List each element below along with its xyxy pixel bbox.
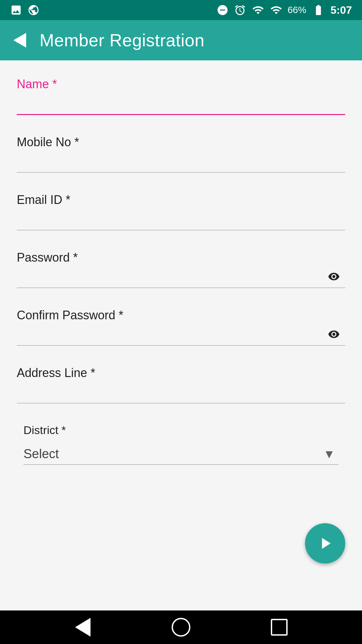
address-label: Address Line * bbox=[17, 366, 345, 380]
battery-icon bbox=[312, 4, 325, 16]
signal-icon bbox=[270, 4, 282, 16]
globe-icon bbox=[27, 4, 40, 16]
mobile-input[interactable] bbox=[17, 153, 345, 173]
mobile-label: Mobile No * bbox=[17, 135, 345, 149]
email-label: Email ID * bbox=[17, 193, 345, 207]
nav-home-button[interactable] bbox=[168, 614, 194, 641]
mobile-field-group: Mobile No * bbox=[17, 135, 345, 173]
status-bar-right-icons: 66% 5:07 bbox=[217, 4, 352, 16]
wifi-icon bbox=[251, 4, 265, 16]
navigation-bar bbox=[0, 610, 362, 644]
nav-home-icon bbox=[172, 618, 190, 637]
name-label: Name * bbox=[17, 77, 345, 91]
page-title: Member Registration bbox=[40, 30, 204, 50]
address-field-group: Address Line * bbox=[17, 366, 345, 404]
password-field-group: Password * bbox=[17, 251, 345, 288]
form-container: Name * Mobile No * Email ID * Password *… bbox=[0, 60, 362, 610]
alarm-icon bbox=[234, 4, 246, 16]
password-input[interactable] bbox=[17, 268, 345, 288]
district-section: District * Select ▼ bbox=[17, 424, 345, 465]
email-field-group: Email ID * bbox=[17, 193, 345, 230]
password-toggle-icon[interactable] bbox=[326, 271, 342, 286]
status-bar-left-icons bbox=[10, 4, 40, 16]
submit-fab-button[interactable] bbox=[305, 523, 345, 564]
nav-back-button[interactable] bbox=[69, 614, 96, 641]
send-icon bbox=[316, 534, 335, 553]
address-input[interactable] bbox=[17, 383, 345, 404]
email-input[interactable] bbox=[17, 210, 345, 230]
confirm-password-input[interactable] bbox=[17, 326, 345, 346]
name-input[interactable] bbox=[17, 95, 345, 115]
app-header: Member Registration bbox=[0, 20, 362, 60]
battery-percentage: 66% bbox=[288, 5, 306, 15]
nav-back-icon bbox=[75, 618, 90, 637]
nav-recent-button[interactable] bbox=[266, 614, 293, 641]
confirm-password-toggle-icon[interactable] bbox=[326, 328, 342, 343]
time-display: 5:07 bbox=[330, 4, 352, 16]
dnd-icon bbox=[217, 4, 229, 16]
nav-recent-icon bbox=[271, 619, 288, 636]
name-field-group: Name * bbox=[17, 77, 345, 115]
confirm-password-field-group: Confirm Password * bbox=[17, 308, 345, 346]
status-bar: 66% 5:07 bbox=[0, 0, 362, 20]
district-select[interactable]: Select bbox=[23, 443, 339, 465]
district-label: District * bbox=[17, 424, 345, 437]
password-input-wrapper bbox=[17, 268, 345, 288]
photo-icon bbox=[10, 4, 22, 16]
confirm-password-input-wrapper bbox=[17, 326, 345, 346]
back-button[interactable] bbox=[13, 33, 26, 48]
district-select-wrapper: Select ▼ bbox=[23, 443, 339, 465]
confirm-password-label: Confirm Password * bbox=[17, 308, 345, 322]
password-label: Password * bbox=[17, 251, 345, 265]
